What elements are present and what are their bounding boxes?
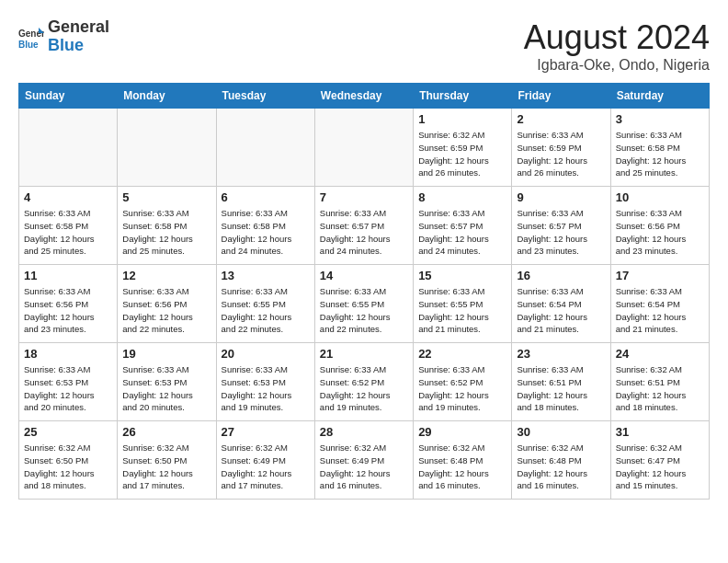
- calendar-week-3: 11Sunrise: 6:33 AM Sunset: 6:56 PM Dayli…: [19, 265, 710, 343]
- calendar-cell: [118, 109, 216, 187]
- day-info: Sunrise: 6:33 AM Sunset: 6:57 PM Dayligh…: [517, 207, 605, 258]
- calendar-cell: 17Sunrise: 6:33 AM Sunset: 6:54 PM Dayli…: [610, 265, 709, 343]
- day-number: 8: [418, 190, 506, 204]
- weekday-header-thursday: Thursday: [414, 84, 512, 109]
- calendar-cell: 23Sunrise: 6:33 AM Sunset: 6:51 PM Dayli…: [512, 343, 610, 421]
- calendar-cell: 22Sunrise: 6:33 AM Sunset: 6:52 PM Dayli…: [414, 343, 512, 421]
- day-info: Sunrise: 6:33 AM Sunset: 6:53 PM Dayligh…: [122, 363, 210, 414]
- calendar-week-5: 25Sunrise: 6:32 AM Sunset: 6:50 PM Dayli…: [19, 421, 710, 500]
- day-number: 2: [517, 112, 605, 126]
- day-number: 23: [517, 347, 605, 361]
- calendar-cell: 18Sunrise: 6:33 AM Sunset: 6:53 PM Dayli…: [19, 343, 118, 421]
- day-info: Sunrise: 6:33 AM Sunset: 6:54 PM Dayligh…: [517, 285, 605, 336]
- day-number: 17: [616, 269, 704, 282]
- calendar-cell: [314, 109, 413, 187]
- day-number: 20: [222, 347, 310, 361]
- calendar-cell: 9Sunrise: 6:33 AM Sunset: 6:57 PM Daylig…: [512, 187, 610, 265]
- day-info: Sunrise: 6:32 AM Sunset: 6:50 PM Dayligh…: [122, 442, 210, 492]
- calendar-cell: 27Sunrise: 6:32 AM Sunset: 6:49 PM Dayli…: [216, 421, 314, 500]
- day-info: Sunrise: 6:33 AM Sunset: 6:55 PM Dayligh…: [222, 285, 310, 336]
- calendar-cell: 29Sunrise: 6:32 AM Sunset: 6:48 PM Dayli…: [414, 421, 512, 500]
- day-info: Sunrise: 6:33 AM Sunset: 6:54 PM Dayligh…: [616, 285, 704, 336]
- logo-general-text: General: [48, 17, 109, 36]
- calendar-cell: 1Sunrise: 6:32 AM Sunset: 6:59 PM Daylig…: [414, 109, 512, 187]
- day-number: 26: [122, 425, 210, 439]
- day-number: 25: [24, 425, 112, 439]
- title-area: August 2024 Igbara-Oke, Ondo, Nigeria: [524, 18, 710, 74]
- day-info: Sunrise: 6:33 AM Sunset: 6:55 PM Dayligh…: [418, 285, 506, 336]
- calendar-cell: 26Sunrise: 6:32 AM Sunset: 6:50 PM Dayli…: [118, 421, 216, 500]
- day-number: 19: [122, 347, 210, 361]
- weekday-header-monday: Monday: [118, 84, 216, 109]
- calendar-cell: [216, 109, 314, 187]
- day-info: Sunrise: 6:33 AM Sunset: 6:53 PM Dayligh…: [24, 363, 112, 414]
- calendar-cell: 20Sunrise: 6:33 AM Sunset: 6:53 PM Dayli…: [216, 343, 314, 421]
- day-info: Sunrise: 6:33 AM Sunset: 6:58 PM Dayligh…: [122, 207, 210, 258]
- calendar-week-2: 4Sunrise: 6:33 AM Sunset: 6:58 PM Daylig…: [19, 187, 710, 265]
- calendar-cell: 5Sunrise: 6:33 AM Sunset: 6:58 PM Daylig…: [118, 187, 216, 265]
- day-info: Sunrise: 6:33 AM Sunset: 6:55 PM Dayligh…: [320, 285, 408, 336]
- calendar-cell: 13Sunrise: 6:33 AM Sunset: 6:55 PM Dayli…: [216, 265, 314, 343]
- day-number: 12: [122, 269, 210, 282]
- day-info: Sunrise: 6:33 AM Sunset: 6:53 PM Dayligh…: [222, 363, 310, 414]
- day-info: Sunrise: 6:33 AM Sunset: 6:52 PM Dayligh…: [418, 363, 506, 414]
- day-info: Sunrise: 6:33 AM Sunset: 6:57 PM Dayligh…: [418, 207, 506, 258]
- day-number: 22: [418, 347, 506, 361]
- calendar-table: SundayMondayTuesdayWednesdayThursdayFrid…: [18, 83, 710, 500]
- calendar-week-4: 18Sunrise: 6:33 AM Sunset: 6:53 PM Dayli…: [19, 343, 710, 421]
- calendar-cell: 15Sunrise: 6:33 AM Sunset: 6:55 PM Dayli…: [414, 265, 512, 343]
- calendar-cell: 6Sunrise: 6:33 AM Sunset: 6:58 PM Daylig…: [216, 187, 314, 265]
- day-info: Sunrise: 6:32 AM Sunset: 6:51 PM Dayligh…: [616, 363, 704, 414]
- day-number: 4: [24, 190, 112, 204]
- day-number: 6: [222, 190, 310, 204]
- calendar-cell: 28Sunrise: 6:32 AM Sunset: 6:49 PM Dayli…: [314, 421, 413, 500]
- day-number: 31: [616, 425, 704, 439]
- calendar-cell: 11Sunrise: 6:33 AM Sunset: 6:56 PM Dayli…: [19, 265, 118, 343]
- day-number: 29: [418, 425, 506, 439]
- calendar-cell: 4Sunrise: 6:33 AM Sunset: 6:58 PM Daylig…: [19, 187, 118, 265]
- calendar-cell: 19Sunrise: 6:33 AM Sunset: 6:53 PM Dayli…: [118, 343, 216, 421]
- header: General Blue General Blue August 2024 Ig…: [18, 18, 710, 74]
- day-info: Sunrise: 6:32 AM Sunset: 6:49 PM Dayligh…: [320, 442, 408, 492]
- day-number: 21: [320, 347, 408, 361]
- calendar-cell: 8Sunrise: 6:33 AM Sunset: 6:57 PM Daylig…: [414, 187, 512, 265]
- calendar-cell: 2Sunrise: 6:33 AM Sunset: 6:59 PM Daylig…: [512, 109, 610, 187]
- calendar-cell: 12Sunrise: 6:33 AM Sunset: 6:56 PM Dayli…: [118, 265, 216, 343]
- calendar-cell: 3Sunrise: 6:33 AM Sunset: 6:58 PM Daylig…: [610, 109, 709, 187]
- day-info: Sunrise: 6:33 AM Sunset: 6:56 PM Dayligh…: [616, 207, 704, 258]
- svg-text:Blue: Blue: [18, 40, 39, 50]
- day-info: Sunrise: 6:33 AM Sunset: 6:56 PM Dayligh…: [122, 285, 210, 336]
- day-number: 5: [122, 190, 210, 204]
- weekday-header-tuesday: Tuesday: [216, 84, 314, 109]
- calendar-cell: [19, 109, 118, 187]
- day-number: 15: [418, 269, 506, 282]
- day-info: Sunrise: 6:32 AM Sunset: 6:48 PM Dayligh…: [418, 442, 506, 492]
- day-number: 13: [222, 269, 310, 282]
- calendar-cell: 25Sunrise: 6:32 AM Sunset: 6:50 PM Dayli…: [19, 421, 118, 500]
- day-info: Sunrise: 6:32 AM Sunset: 6:50 PM Dayligh…: [24, 442, 112, 492]
- calendar-cell: 30Sunrise: 6:32 AM Sunset: 6:48 PM Dayli…: [512, 421, 610, 500]
- day-info: Sunrise: 6:33 AM Sunset: 6:52 PM Dayligh…: [320, 363, 408, 414]
- day-number: 18: [24, 347, 112, 361]
- calendar-cell: 21Sunrise: 6:33 AM Sunset: 6:52 PM Dayli…: [314, 343, 413, 421]
- day-info: Sunrise: 6:33 AM Sunset: 6:58 PM Dayligh…: [222, 207, 310, 258]
- weekday-header-saturday: Saturday: [610, 84, 709, 109]
- day-info: Sunrise: 6:33 AM Sunset: 6:57 PM Dayligh…: [320, 207, 408, 258]
- day-info: Sunrise: 6:32 AM Sunset: 6:49 PM Dayligh…: [222, 442, 310, 492]
- day-number: 30: [517, 425, 605, 439]
- day-info: Sunrise: 6:33 AM Sunset: 6:58 PM Dayligh…: [616, 129, 704, 179]
- day-number: 7: [320, 190, 408, 204]
- weekday-header-wednesday: Wednesday: [314, 84, 413, 109]
- day-number: 27: [222, 425, 310, 439]
- day-number: 24: [616, 347, 704, 361]
- day-number: 28: [320, 425, 408, 439]
- day-info: Sunrise: 6:33 AM Sunset: 6:56 PM Dayligh…: [24, 285, 112, 336]
- day-number: 3: [616, 112, 704, 126]
- calendar-week-1: 1Sunrise: 6:32 AM Sunset: 6:59 PM Daylig…: [19, 109, 710, 187]
- day-info: Sunrise: 6:33 AM Sunset: 6:59 PM Dayligh…: [517, 129, 605, 179]
- day-number: 1: [418, 112, 506, 126]
- day-number: 16: [517, 269, 605, 282]
- calendar-cell: 7Sunrise: 6:33 AM Sunset: 6:57 PM Daylig…: [314, 187, 413, 265]
- calendar-title: August 2024: [524, 18, 710, 57]
- calendar-subtitle: Igbara-Oke, Ondo, Nigeria: [524, 57, 710, 74]
